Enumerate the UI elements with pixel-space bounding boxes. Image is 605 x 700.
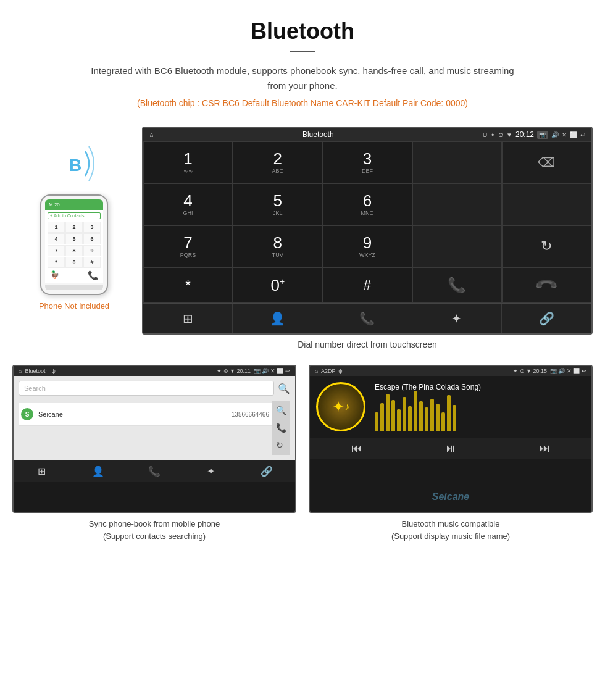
page-description: Integrated with BC6 Bluetooth module, su… (86, 64, 519, 93)
dial-key-8[interactable]: 8 TUV (233, 225, 322, 267)
bt-wave-area: B (49, 139, 99, 188)
dial-key-5[interactable]: 5 JKL (233, 183, 322, 225)
eq-bar (391, 400, 395, 431)
dial-key-7[interactable]: 7 PQRS (143, 225, 233, 267)
phone-button[interactable]: 📞 (322, 304, 412, 333)
eq-bar (425, 407, 428, 431)
close-icon[interactable]: ✕ (562, 131, 567, 138)
dial-key-6[interactable]: 6 MNO (322, 183, 412, 225)
contacts-button[interactable]: 👤 (233, 304, 322, 333)
refresh-side-icon[interactable]: ↻ (276, 440, 286, 450)
call-end-button[interactable]: 📞 (502, 267, 591, 303)
phonebook-screenshot: ⌂ Bluetooth ψ ✦ ⊙ ▼ 20:11 📷 🔊 ✕ ⬜ ↩ Sear… (12, 365, 296, 542)
eq-bar (414, 391, 417, 431)
phone-screen: + Add to Contacts 1 2 3 4 5 6 7 8 9 * 0 … (45, 210, 103, 283)
backspace-button[interactable]: ⌫ (502, 141, 591, 183)
dial-key-hash[interactable]: # (322, 267, 412, 303)
dial-key-0[interactable]: 0+ (233, 267, 322, 303)
phone-not-included-label: Phone Not Included (39, 301, 109, 310)
dial-screen-mockup: ⌂ Bluetooth ψ ✦ ⊙ ▼ 20:12 📷 🔊 ✕ ⬜ ↩ (142, 127, 593, 335)
search-side-icon[interactable]: 🔍 (276, 406, 286, 415)
phonebook-screen-mockup: ⌂ Bluetooth ψ ✦ ⊙ ▼ 20:11 📷 🔊 ✕ ⬜ ↩ Sear… (12, 365, 296, 513)
svg-text:B: B (69, 156, 81, 175)
time-display: 20:12 (515, 130, 534, 139)
song-title: Escape (The Pina Colada Song) (375, 383, 585, 391)
dial-row-2: 4 GHI 5 JKL 6 MNO (143, 183, 591, 225)
dial-caption: Dial number direct from touchscreen (142, 335, 593, 359)
dial-row-1: 1 ∿∿ 2 ABC 3 DEF ⌫ (143, 141, 591, 183)
dial-screen-section: ⌂ Bluetooth ψ ✦ ⊙ ▼ 20:12 📷 🔊 ✕ ⬜ ↩ (136, 127, 593, 359)
music-bt-icon: ✦ (332, 398, 344, 415)
phone-side-icon[interactable]: 📞 (276, 423, 286, 433)
music-info: Escape (The Pina Colada Song) (375, 383, 585, 431)
phone-top-bar: M:20 ... (45, 199, 103, 210)
bt-waves-svg: B (49, 139, 99, 188)
phone-section: B M:20 ... + Add to Contacts 1 2 3 4 5 (12, 127, 136, 310)
refresh-button[interactable]: ↻ (502, 225, 591, 267)
eq-bar (430, 399, 434, 431)
contact-avatar: S (21, 408, 33, 420)
dial-key-star[interactable]: * (143, 267, 233, 303)
dial-row-3: 7 PQRS 8 TUV 9 WXYZ ↻ (143, 225, 591, 267)
back-icon[interactable]: ↩ (580, 131, 585, 138)
phone-add-contacts: + Add to Contacts (48, 212, 101, 219)
music-screenshot: ⌂ A2DP ψ ✦ ⊙ ▼ 20:15 📷 🔊 ✕ ⬜ ↩ ✦ ♪ Escap… (309, 365, 593, 542)
dial-key-9[interactable]: 9 WXYZ (322, 225, 412, 267)
pb-phone-button[interactable]: 📞 (126, 460, 182, 482)
album-art: ✦ ♪ (316, 382, 365, 431)
signal-icon: ▼ (506, 131, 512, 138)
dial-key-1[interactable]: 1 ∿∿ (143, 141, 233, 183)
eq-bar (447, 395, 451, 431)
dial-bottom-bar: ⊞ 👤 📞 ✦ 🔗 (143, 303, 591, 333)
screen-title: Bluetooth (302, 130, 334, 139)
dial-key-2[interactable]: 2 ABC (233, 141, 322, 183)
phone-keypad: 1 2 3 4 5 6 7 8 9 * 0 # (48, 222, 101, 268)
music-note-icon: ♪ (344, 401, 349, 412)
pb-grid-button[interactable]: ⊞ (14, 460, 70, 482)
search-icon[interactable]: 🔍 (278, 383, 290, 394)
title-divider (290, 51, 315, 52)
usb-icon: ψ (483, 131, 487, 138)
phonebook-caption: Sync phone-book from mobile phone (Suppo… (12, 518, 296, 542)
phonebook-status-bar: ⌂ Bluetooth ψ ✦ ⊙ ▼ 20:11 📷 🔊 ✕ ⬜ ↩ (14, 366, 295, 376)
contact-number: 13566664466 (232, 411, 269, 418)
home-icon[interactable]: ⌂ (149, 131, 154, 138)
dial-key-3[interactable]: 3 DEF (322, 141, 412, 183)
eq-bar (453, 405, 456, 431)
link-button[interactable]: 🔗 (502, 304, 591, 333)
eq-bar (386, 394, 390, 431)
call-accept-button[interactable]: 📞 (412, 267, 502, 303)
contact-entry[interactable]: S Seicane 13566664466 (19, 403, 272, 426)
pb-link-button[interactable]: 🔗 (239, 460, 295, 482)
bluetooth-status-icon: ✦ (490, 131, 495, 138)
camera-icon[interactable]: 📷 (537, 131, 548, 139)
volume-icon[interactable]: 🔊 (551, 131, 559, 138)
window-icon[interactable]: ⬜ (570, 131, 577, 138)
display-area (412, 141, 502, 183)
dial-row-4: * 0+ # 📞 📞 (143, 267, 591, 303)
phonebook-search-input[interactable]: Search (19, 381, 274, 396)
pb-contacts-button[interactable]: 👤 (70, 460, 126, 482)
play-pause-button[interactable]: ⏯ (404, 442, 498, 455)
grid-button[interactable]: ⊞ (143, 304, 233, 333)
bluetooth-specs: (Bluetooth chip : CSR BC6 Default Blueto… (12, 98, 593, 108)
phonebook-content: Search 🔍 S Seicane 13566664466 🔍 (14, 376, 295, 460)
eq-bar (436, 404, 440, 431)
screen-status-bar: ⌂ Bluetooth ψ ✦ ⊙ ▼ 20:12 📷 🔊 ✕ ⬜ ↩ (143, 128, 591, 141)
music-caption: Bluetooth music compatible (Support disp… (309, 518, 593, 542)
contact-name: Seicane (38, 410, 232, 418)
phonebook-bottom-bar: ⊞ 👤 📞 ✦ 🔗 (14, 460, 295, 482)
next-button[interactable]: ⏭ (498, 442, 591, 455)
bluetooth-button[interactable]: ✦ (412, 304, 502, 333)
pb-bluetooth-button[interactable]: ✦ (183, 460, 239, 482)
eq-bar (397, 409, 401, 431)
phone-mockup: M:20 ... + Add to Contacts 1 2 3 4 5 6 7… (40, 194, 108, 295)
page-header: Bluetooth Integrated with BC6 Bluetooth … (0, 0, 605, 127)
music-status-bar: ⌂ A2DP ψ ✦ ⊙ ▼ 20:15 📷 🔊 ✕ ⬜ ↩ (310, 366, 591, 376)
eq-bar (419, 401, 423, 431)
phone-home-bar (45, 285, 103, 290)
dial-key-4[interactable]: 4 GHI (143, 183, 233, 225)
prev-button[interactable]: ⏮ (310, 442, 404, 455)
gps-icon: ⊙ (498, 131, 503, 138)
music-controls: ⏮ ⏯ ⏭ (310, 438, 591, 459)
